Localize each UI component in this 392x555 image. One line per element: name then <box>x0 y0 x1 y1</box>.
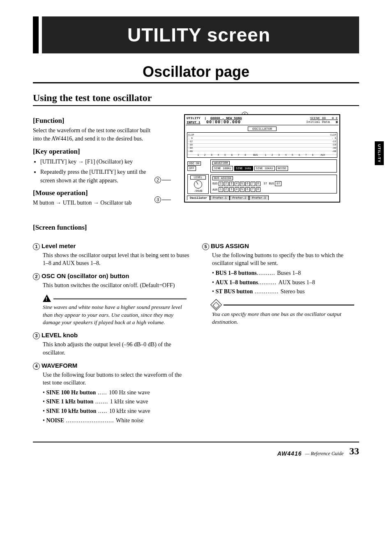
level-group: LEVEL -96dB <box>187 174 209 194</box>
level-knob[interactable] <box>194 180 202 189</box>
sine-1khz-button[interactable]: SINE 1kHz <box>234 166 253 171</box>
st-bus-button[interactable]: ST <box>275 181 281 186</box>
aux-8-button[interactable]: 8 <box>256 187 261 192</box>
tab-prefer-2[interactable]: Prefer.2 <box>230 196 249 200</box>
bus-1-button[interactable]: 1 <box>219 182 223 186</box>
waveform-label: WAVEFORM <box>212 161 230 165</box>
bus-4-button[interactable]: 4 <box>235 182 239 186</box>
aux-4-button[interactable]: 4 <box>235 187 239 192</box>
callout-2: 2 <box>154 177 161 183</box>
keyop-list: [UTILITY] key → [F1] (Oscillator) key Re… <box>33 157 154 185</box>
callout-line <box>162 180 171 180</box>
bus-5-button[interactable]: 5 <box>240 182 244 186</box>
thumb-tab: UTILI-TY <box>375 141 384 165</box>
function-heading: [Function] <box>33 117 154 125</box>
waveform-group: WAVEFORM SINE 100Hz SINE 1kHz SINE 10kHz… <box>210 159 337 173</box>
rule <box>33 105 359 106</box>
chapter-banner: UTILITY screen <box>33 16 359 53</box>
stbus-label: ST BUS <box>264 182 274 185</box>
fn-5: 5BUS ASSIGN Use the following buttons to… <box>202 242 359 296</box>
bus-3-button[interactable]: 3 <box>229 182 234 186</box>
page-number: 33 <box>349 446 359 457</box>
lcd-header: UTILITY | 00000 - NEW SONG INPUT 1 00:00… <box>186 116 339 125</box>
bus-assign-group: BUS ASSIGN BUS 1 2 3 4 5 6 7 8 <box>210 175 337 193</box>
mouseop-heading: [Mouse operation] <box>33 189 154 197</box>
footer-model: AW4416 <box>277 450 302 457</box>
tabs: Oscillator Prefer.1 Prefer.2 Prefer.3 <box>187 196 337 200</box>
caution-note: Sine waves and white noise have a higher… <box>43 295 190 327</box>
warning-icon <box>43 295 51 302</box>
fn-3: 3LEVEL knob This knob adjusts the output… <box>33 332 190 357</box>
screen-functions-heading: [Screen functions] <box>33 223 359 232</box>
tab-oscillator[interactable]: Oscillator <box>187 196 210 200</box>
aux-label: AUX <box>212 188 218 191</box>
lcd-screenshot: UTILITY | 00000 - NEW SONG INPUT 1 00:00… <box>184 114 340 203</box>
page-title: Oscillator page <box>33 63 359 81</box>
section-title: Using the test tone oscillator <box>33 92 359 104</box>
osc-off-button[interactable]: OFF <box>187 166 196 171</box>
mouseop-body: M button → UTIL button → Oscillator tab <box>33 199 154 207</box>
bus-7-button[interactable]: 7 <box>251 182 255 186</box>
bus-8-button[interactable]: 8 <box>256 182 261 186</box>
noise-button[interactable]: NOISE <box>276 166 288 171</box>
sine-100hz-button[interactable]: SINE 100Hz <box>212 166 233 171</box>
aux-6-button[interactable]: 6 <box>245 187 250 192</box>
aux-3-button[interactable]: 3 <box>229 187 234 192</box>
bus-2-button[interactable]: 2 <box>224 182 228 186</box>
fn-1: 1Level meter This shows the oscillator o… <box>33 242 190 267</box>
tab-prefer-1[interactable]: Prefer.1 <box>210 196 230 200</box>
callout-line <box>162 200 171 200</box>
page-footer: AW4416 — Reference Guide 33 <box>33 442 359 457</box>
level-value: -96dB <box>189 189 208 193</box>
aux-7-button[interactable]: 7 <box>251 187 255 192</box>
tip-note: You can specify more than one bus as the… <box>212 301 359 326</box>
list-item: [UTILITY] key → [F1] (Oscillator) key <box>40 157 154 166</box>
tip-icon <box>210 299 222 311</box>
aux-5-button[interactable]: 5 <box>240 187 244 192</box>
level-meter: CLIP- 6-12 -18-30-48 CLIP- 6-12 -18-30-4… <box>187 132 337 158</box>
osc-on-label: OSC ON <box>187 161 201 166</box>
oscillator-title-chip: OSCILLATOR <box>248 127 277 131</box>
sine-10khz-button[interactable]: SINE 10kHz <box>254 166 275 171</box>
fn-4: 4WAVEFORM Use the following four buttons… <box>33 362 190 425</box>
fn-2: 2OSC ON (oscillator on) button This butt… <box>33 272 190 290</box>
tab-prefer-3[interactable]: Prefer.3 <box>249 196 269 200</box>
footer-guide: — Reference Guide <box>305 451 344 457</box>
bus-6-button[interactable]: 6 <box>245 182 250 186</box>
list-item: Repeatedly press the [UTILITY] key until… <box>40 168 154 185</box>
aux-1-button[interactable]: 1 <box>219 187 223 192</box>
rule <box>33 82 359 83</box>
callout-3: 3 <box>154 196 161 203</box>
bus-assign-label: BUS ASSIGN <box>212 176 233 180</box>
level-label: LEVEL <box>190 175 206 180</box>
function-body: Select the waveform of the test tone osc… <box>33 127 154 143</box>
bus-label: BUS <box>212 182 218 185</box>
keyop-heading: [Key operation] <box>33 147 154 156</box>
aux-2-button[interactable]: 2 <box>224 187 228 192</box>
chapter-title: UTILITY screen <box>39 24 359 46</box>
